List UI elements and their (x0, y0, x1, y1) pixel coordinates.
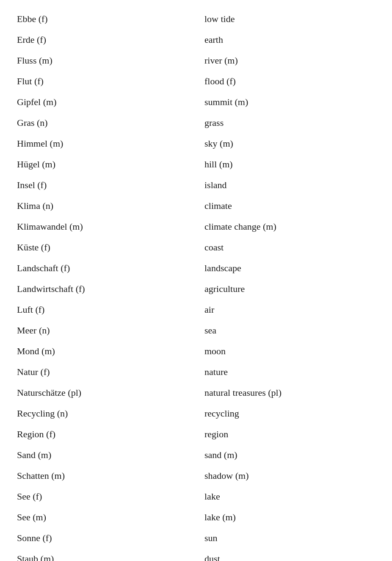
english-translation: lake (m) (196, 507, 375, 528)
table-row: Luft (f)air (17, 299, 375, 320)
table-row: Erde (f)earth (17, 29, 375, 50)
table-row: Natur (f)nature (17, 361, 375, 382)
table-row: Klimawandel (m)climate change (m) (17, 216, 375, 237)
english-translation: island (196, 175, 375, 195)
table-row: Staub (m)dust (17, 548, 375, 561)
german-term: Luft (f) (17, 299, 196, 320)
english-translation: sky (m) (196, 133, 375, 154)
table-row: Landwirtschaft (f)agriculture (17, 278, 375, 299)
english-translation: natural treasures (pl) (196, 382, 375, 403)
german-term: Sand (m) (17, 444, 196, 465)
german-term: Recycling (n) (17, 403, 196, 424)
german-term: Fluss (m) (17, 50, 196, 71)
german-term: Region (f) (17, 424, 196, 444)
english-translation: sea (196, 320, 375, 341)
german-term: See (m) (17, 507, 196, 528)
table-row: Sonne (f)sun (17, 528, 375, 548)
german-term: Naturschätze (pl) (17, 382, 196, 403)
english-translation: shadow (m) (196, 465, 375, 486)
table-row: Meer (n)sea (17, 320, 375, 341)
table-row: Schatten (m)shadow (m) (17, 465, 375, 486)
german-term: Himmel (m) (17, 133, 196, 154)
table-row: Küste (f)coast (17, 237, 375, 258)
english-translation: region (196, 424, 375, 444)
german-term: Landschaft (f) (17, 258, 196, 278)
english-translation: nature (196, 361, 375, 382)
table-row: Naturschätze (pl)natural treasures (pl) (17, 382, 375, 403)
german-term: Staub (m) (17, 548, 196, 561)
english-translation: landscape (196, 258, 375, 278)
german-term: Gipfel (m) (17, 92, 196, 112)
table-row: See (f)lake (17, 486, 375, 507)
table-row: Region (f)region (17, 424, 375, 444)
english-translation: summit (m) (196, 92, 375, 112)
german-term: Küste (f) (17, 237, 196, 258)
table-row: Hügel (m)hill (m) (17, 154, 375, 175)
german-term: Ebbe (f) (17, 8, 196, 29)
table-row: Himmel (m)sky (m) (17, 133, 375, 154)
english-translation: sun (196, 528, 375, 548)
german-term: Natur (f) (17, 361, 196, 382)
table-row: Flut (f)flood (f) (17, 71, 375, 92)
table-row: Sand (m)sand (m) (17, 444, 375, 465)
table-row: Klima (n)climate (17, 195, 375, 216)
table-row: See (m)lake (m) (17, 507, 375, 528)
english-translation: coast (196, 237, 375, 258)
table-row: Mond (m)moon (17, 341, 375, 361)
english-translation: low tide (196, 8, 375, 29)
english-translation: moon (196, 341, 375, 361)
german-term: Mond (m) (17, 341, 196, 361)
table-row: Gipfel (m)summit (m) (17, 92, 375, 112)
table-row: Gras (n)grass (17, 112, 375, 133)
german-term: Insel (f) (17, 175, 196, 195)
german-term: Hügel (m) (17, 154, 196, 175)
english-translation: river (m) (196, 50, 375, 71)
english-translation: lake (196, 486, 375, 507)
german-term: Erde (f) (17, 29, 196, 50)
english-translation: recycling (196, 403, 375, 424)
english-translation: hill (m) (196, 154, 375, 175)
german-term: Flut (f) (17, 71, 196, 92)
table-row: Ebbe (f)low tide (17, 8, 375, 29)
english-translation: flood (f) (196, 71, 375, 92)
table-row: Fluss (m)river (m) (17, 50, 375, 71)
english-translation: sand (m) (196, 444, 375, 465)
table-row: Recycling (n)recycling (17, 403, 375, 424)
german-term: Klimawandel (m) (17, 216, 196, 237)
german-term: Klima (n) (17, 195, 196, 216)
table-row: Insel (f)island (17, 175, 375, 195)
english-translation: agriculture (196, 278, 375, 299)
english-translation: earth (196, 29, 375, 50)
english-translation: climate (196, 195, 375, 216)
english-translation: air (196, 299, 375, 320)
table-row: Landschaft (f)landscape (17, 258, 375, 278)
german-term: Sonne (f) (17, 528, 196, 548)
english-translation: climate change (m) (196, 216, 375, 237)
english-translation: dust (196, 548, 375, 561)
german-term: See (f) (17, 486, 196, 507)
vocabulary-table: Ebbe (f)low tideErde (f)earthFluss (m)ri… (17, 8, 375, 561)
german-term: Meer (n) (17, 320, 196, 341)
german-term: Gras (n) (17, 112, 196, 133)
german-term: Landwirtschaft (f) (17, 278, 196, 299)
english-translation: grass (196, 112, 375, 133)
german-term: Schatten (m) (17, 465, 196, 486)
